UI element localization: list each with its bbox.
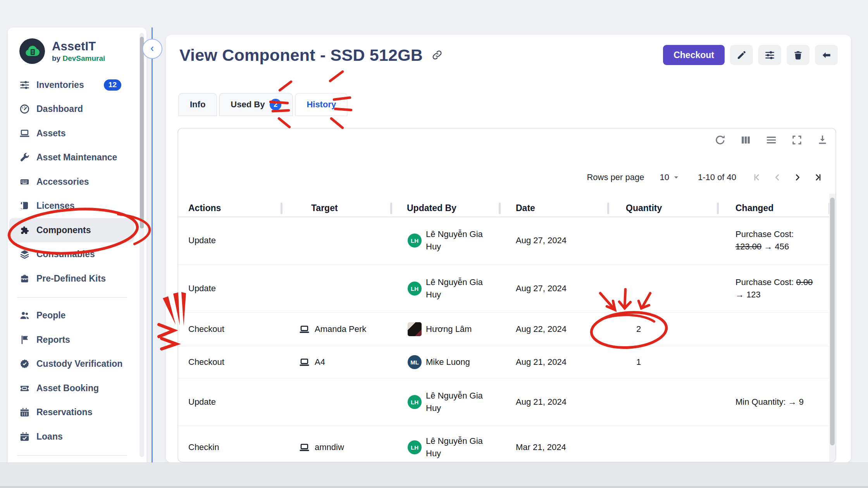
sidebar-item-custody-verification[interactable]: Custody Verification bbox=[9, 352, 134, 376]
sidebar-item-people[interactable]: People bbox=[9, 304, 134, 328]
first-page-icon bbox=[752, 172, 762, 182]
user-name: Lê Nguyễn Gia Huy bbox=[426, 435, 494, 460]
cell-action: Checkout bbox=[178, 357, 281, 367]
user-name: Lê Nguyễn Gia Huy bbox=[426, 390, 494, 414]
ticket-icon bbox=[19, 383, 30, 393]
cell-target: Amanda Perk bbox=[281, 324, 391, 335]
table-row: Checkout A4 MLMike Luong Aug 21, 2024 1 bbox=[178, 346, 829, 378]
sidebar-item-label: Loans bbox=[36, 431, 63, 442]
tab-info[interactable]: Info bbox=[178, 93, 217, 116]
cell-date: Aug 22, 2024 bbox=[499, 324, 608, 334]
column-header-updated-by[interactable]: Updated By bbox=[391, 203, 499, 213]
table-toolbar bbox=[714, 134, 828, 146]
sidebar-item-label: Licenses bbox=[36, 201, 74, 211]
cell-date: Mar 21, 2024 bbox=[499, 442, 608, 452]
chevron-right-icon bbox=[792, 172, 803, 182]
edit-button[interactable] bbox=[730, 45, 753, 65]
column-header-target[interactable]: Target bbox=[281, 203, 391, 213]
laptop-icon bbox=[19, 128, 30, 139]
sidebar-item-label: Asset Maintenance bbox=[36, 152, 117, 163]
avatar: ML bbox=[408, 355, 422, 369]
table-scrollbar[interactable] bbox=[829, 194, 835, 462]
cell-date: Aug 27, 2024 bbox=[499, 235, 608, 246]
cell-updated-by: LHLê Nguyễn Gia Huy bbox=[391, 276, 499, 301]
cell-target: amndiw bbox=[281, 442, 391, 453]
density-icon[interactable] bbox=[765, 134, 777, 146]
back-button[interactable] bbox=[815, 45, 838, 65]
calendar-icon bbox=[19, 407, 30, 418]
previous-page-button[interactable] bbox=[767, 169, 787, 186]
cell-action: Checkout bbox=[178, 324, 281, 334]
delete-button[interactable] bbox=[787, 45, 809, 65]
sidebar-item-accessories[interactable]: Accessories bbox=[9, 170, 134, 194]
checkout-button[interactable]: Checkout bbox=[663, 45, 725, 65]
column-header-changed[interactable]: Changed bbox=[718, 203, 829, 213]
cell-quantity bbox=[608, 235, 718, 246]
fullscreen-icon[interactable] bbox=[791, 134, 803, 146]
sidebar-item-label: Assets bbox=[36, 128, 65, 139]
sidebar-item-dashboard[interactable]: Dashboard bbox=[9, 97, 134, 122]
table-row: Update LHLê Nguyễn Gia Huy Aug 27, 2024 … bbox=[178, 217, 829, 265]
sidebar-item-asset-maintenance[interactable]: Asset Maintenance bbox=[9, 146, 134, 170]
pencil-icon bbox=[736, 50, 747, 60]
column-header-date[interactable]: Date bbox=[499, 203, 608, 213]
rows-per-page-select[interactable]: 10 bbox=[660, 172, 680, 182]
column-header-quantity[interactable]: Quantity bbox=[608, 203, 718, 213]
sidebar-scrollbar[interactable] bbox=[140, 33, 144, 457]
sidebar-item-asset-booking[interactable]: Asset Booking bbox=[9, 376, 134, 400]
changed-label: Min Quantity: bbox=[735, 397, 786, 407]
cell-quantity: 1 bbox=[608, 357, 718, 367]
sidebar-separator-line bbox=[152, 27, 153, 462]
last-page-button[interactable] bbox=[808, 169, 828, 186]
avatar: LH bbox=[408, 395, 422, 409]
table-scrollbar-thumb[interactable] bbox=[830, 198, 835, 445]
columns-icon[interactable] bbox=[740, 134, 752, 146]
cell-date: Aug 21, 2024 bbox=[499, 357, 608, 367]
sidebar-item-components[interactable]: Components bbox=[9, 218, 134, 242]
user-name: Hương Lâm bbox=[426, 323, 472, 335]
download-icon[interactable] bbox=[816, 134, 828, 146]
window-bottom-edge bbox=[0, 486, 868, 488]
sidebar-item-assets[interactable]: Assets bbox=[9, 121, 134, 146]
history-table-panel: Rows per page 10 1-10 of 40 Actions Targ… bbox=[177, 128, 836, 462]
target-name: amndiw bbox=[315, 442, 344, 452]
changed-new-value: 456 bbox=[775, 242, 789, 251]
sidebar-item-inventories[interactable]: Inventories12 bbox=[9, 73, 134, 97]
changed-new-value: 9 bbox=[799, 397, 804, 407]
tab-history[interactable]: History bbox=[295, 93, 348, 116]
sidebar-divider bbox=[17, 297, 127, 298]
column-header-actions[interactable]: Actions bbox=[178, 203, 281, 213]
sidebar-item-pre-defined-kits[interactable]: Pre-Defined Kits bbox=[9, 266, 134, 291]
changed-new-value: 123 bbox=[746, 290, 761, 299]
user-name: Lê Nguyễn Gia Huy bbox=[426, 276, 494, 301]
puzzle-icon bbox=[19, 225, 30, 235]
sidebar-item-label: Dashboard bbox=[36, 104, 83, 114]
cell-changed: Min Quantity: → 9 bbox=[718, 396, 829, 408]
sidebar-item-reservations[interactable]: Reservations bbox=[9, 400, 134, 425]
cell-updated-by: MLMike Luong bbox=[391, 355, 499, 369]
scroll-icon bbox=[19, 201, 30, 211]
last-page-icon bbox=[813, 172, 823, 182]
badge-check-icon bbox=[19, 359, 30, 369]
first-page-button[interactable] bbox=[747, 169, 767, 186]
arrow-right-glyph: → bbox=[735, 290, 744, 299]
next-page-button[interactable] bbox=[787, 169, 808, 186]
sidebar-item-reports[interactable]: Reports bbox=[9, 328, 134, 352]
brand-name: AssetIT bbox=[52, 40, 105, 53]
inventories-count-badge: 12 bbox=[104, 79, 121, 91]
table-row: Checkout Amanda Perk Hương Lâm Aug 22, 2… bbox=[178, 313, 829, 346]
tab-label: History bbox=[307, 100, 336, 110]
sidebar-collapse-button[interactable] bbox=[142, 39, 162, 59]
sidebar-scrollbar-thumb[interactable] bbox=[140, 37, 144, 229]
sidebar-item-licenses[interactable]: Licenses bbox=[9, 194, 134, 218]
sidebar-item-loans[interactable]: Loans bbox=[9, 424, 134, 449]
window-bottom-band bbox=[0, 462, 868, 488]
settings-button[interactable] bbox=[758, 45, 781, 65]
sliders-icon bbox=[19, 80, 30, 90]
sidebar-item-consumables[interactable]: Consumables bbox=[9, 242, 134, 267]
tab-used-by[interactable]: Used By2 bbox=[219, 93, 293, 116]
refresh-icon[interactable] bbox=[714, 134, 726, 146]
used-by-count-badge: 2 bbox=[270, 99, 281, 110]
copy-link-icon[interactable] bbox=[431, 49, 443, 61]
avatar: LH bbox=[408, 282, 422, 296]
